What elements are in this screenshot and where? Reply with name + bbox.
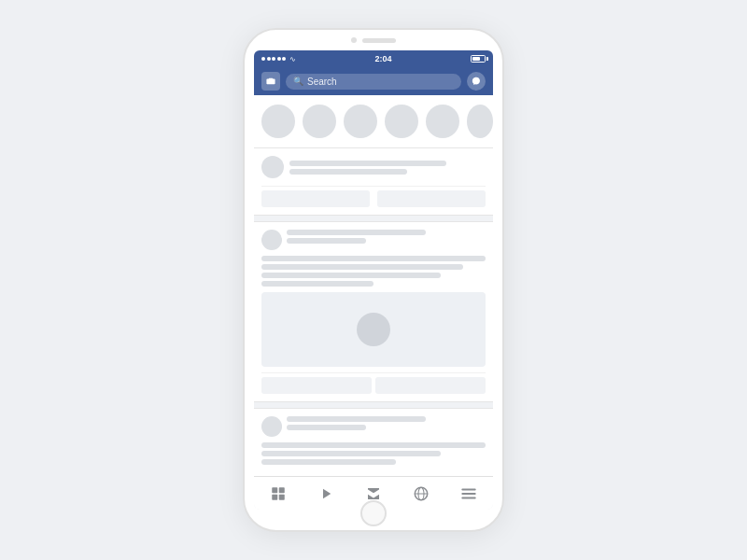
home-button[interactable]: [360, 500, 387, 526]
nav-globe[interactable]: [407, 483, 435, 504]
post-header-1: [261, 230, 486, 250]
nav-video[interactable]: [312, 483, 340, 504]
content2-line-2: [261, 451, 441, 456]
svg-rect-1: [278, 487, 284, 493]
phone-speaker: [362, 38, 396, 43]
content-line-2: [261, 264, 463, 270]
stories-section: [254, 95, 493, 148]
svg-rect-3: [278, 494, 284, 499]
status-row: [261, 156, 486, 178]
battery-icon: [471, 55, 486, 63]
nav-home[interactable]: [264, 483, 292, 504]
post2-time-line: [287, 425, 366, 430]
story-circle-2[interactable]: [303, 105, 336, 138]
skeleton-line-1: [289, 161, 446, 166]
like-button[interactable]: [261, 190, 370, 207]
signal-dot-1: [261, 57, 265, 61]
search-text: Search: [307, 77, 337, 87]
post-card-2: [254, 408, 493, 476]
story-circle-5[interactable]: [426, 105, 459, 138]
phone-shell: ∿ 2:04 🔍 Search: [243, 28, 504, 532]
content2-line-1: [261, 442, 486, 448]
svg-rect-2: [272, 494, 277, 499]
wifi-icon: ∿: [289, 55, 296, 63]
status-time: 2:04: [374, 54, 391, 63]
status-actions: [261, 186, 486, 207]
post-meta-1: [287, 230, 486, 244]
post2-name-line: [287, 416, 426, 422]
story-circle-1[interactable]: [261, 105, 295, 138]
search-bar[interactable]: 🔍 Search: [286, 74, 461, 90]
battery-fill: [472, 57, 480, 61]
nav-bar: 🔍 Search: [254, 67, 493, 95]
post-time-line: [287, 238, 366, 244]
post-like-btn[interactable]: [261, 377, 372, 394]
svg-rect-0: [272, 487, 277, 493]
content-line-4: [261, 281, 374, 287]
post-content-2: [261, 442, 486, 465]
story-circle-6[interactable]: [467, 105, 493, 138]
post-actions-1: [261, 372, 486, 394]
signal-dot-4: [277, 57, 281, 61]
post-content-1: [261, 256, 486, 287]
camera-button[interactable]: [261, 72, 280, 91]
content2-line-3: [261, 459, 396, 465]
signal-dot-2: [267, 57, 271, 61]
user-avatar: [261, 156, 284, 178]
post-meta-2: [287, 416, 486, 430]
comment-button[interactable]: [377, 190, 486, 207]
status-bar: ∿ 2:04: [254, 50, 493, 67]
status-lines: [289, 161, 486, 175]
content-line-3: [261, 273, 441, 278]
post-comment-btn[interactable]: [375, 377, 486, 394]
signal-dot-3: [272, 57, 275, 61]
post-card-1: [254, 221, 493, 402]
status-update-card: [254, 148, 493, 216]
phone-top-bar: [351, 37, 396, 43]
post-avatar-1: [261, 230, 282, 250]
screen: ∿ 2:04 🔍 Search: [254, 50, 493, 510]
nav-menu[interactable]: [455, 483, 483, 504]
phone-mockup: ∿ 2:04 🔍 Search: [243, 28, 504, 532]
post-image-1: [261, 292, 486, 367]
status-right: [471, 55, 486, 63]
post-avatar-2: [261, 416, 282, 437]
feed-content: [254, 95, 493, 476]
status-left: ∿: [261, 55, 296, 63]
messenger-button[interactable]: [467, 72, 486, 91]
phone-camera: [351, 37, 357, 43]
story-circle-4[interactable]: [385, 105, 418, 138]
post-name-line: [287, 230, 426, 235]
skeleton-line-2: [289, 169, 407, 175]
story-circle-3[interactable]: [344, 105, 377, 138]
post-image-icon: [357, 313, 390, 346]
signal-dots: [261, 57, 286, 61]
signal-dot-5: [282, 57, 286, 61]
search-icon: 🔍: [293, 77, 303, 86]
content-line-1: [261, 256, 486, 261]
post-header-2: [261, 416, 486, 437]
